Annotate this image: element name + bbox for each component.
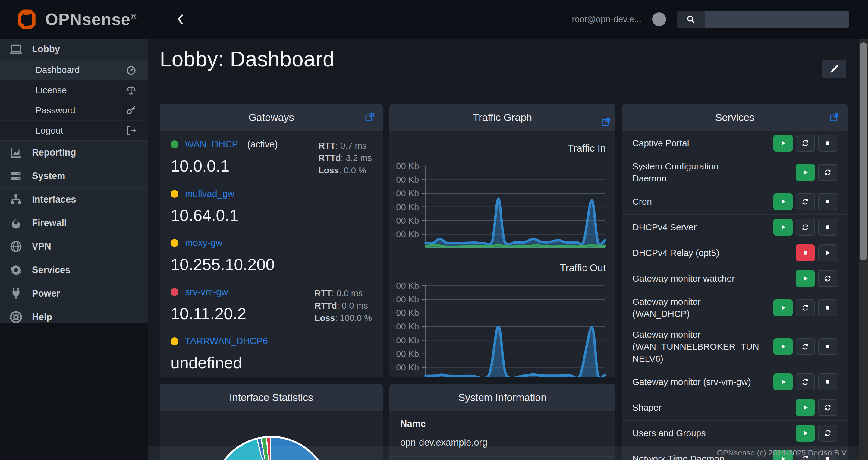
widget-grid: Gateways WAN_DHCP (active) 10.0.0.1RTT: … <box>160 104 847 460</box>
status-dot <box>170 190 179 198</box>
service-row: Cron <box>622 189 847 214</box>
sidebar-item-label: Power <box>32 288 60 299</box>
refresh-icon <box>801 304 809 312</box>
search-input[interactable] <box>705 10 849 28</box>
service-stop-button[interactable] <box>818 135 837 152</box>
sidebar-item-label: Services <box>32 265 70 276</box>
service-start-button[interactable] <box>773 338 793 355</box>
sidebar-item-services[interactable]: Services <box>0 258 148 281</box>
service-start-button[interactable] <box>796 425 815 441</box>
opnsense-logo[interactable] <box>14 6 40 32</box>
gateway-stats: RTT: 0.7 msRTTd: 3.2 msLoss: 0.0 % <box>318 140 372 177</box>
service-restart-button[interactable] <box>818 164 837 181</box>
gateway-name-link[interactable]: TARRWAN_DHCP6 <box>185 336 268 347</box>
external-link-icon[interactable] <box>597 112 608 123</box>
gateway-active-suffix: (active) <box>247 139 278 150</box>
search-icon <box>686 14 695 24</box>
refresh-icon <box>824 429 832 437</box>
collapse-sidebar-button[interactable] <box>172 10 190 28</box>
refresh-icon <box>824 168 832 177</box>
gateway-name-link[interactable]: moxy-gw <box>185 238 222 248</box>
service-start-button[interactable] <box>796 270 815 287</box>
sidebar-subitem-label: Dashboard <box>36 65 80 75</box>
edit-dashboard-button[interactable] <box>822 60 846 79</box>
service-start-button[interactable] <box>773 135 793 152</box>
gateway-row: moxy-gw 10.255.10.200 <box>160 229 383 278</box>
service-buttons <box>773 373 837 390</box>
service-stop-button[interactable] <box>796 244 815 262</box>
sidebar-item-vpn[interactable]: VPN <box>0 235 148 258</box>
service-restart-button[interactable] <box>818 399 837 416</box>
svg-text:20.00 Kb: 20.00 Kb <box>393 229 419 239</box>
gear-icon <box>9 263 23 277</box>
main-content: Lobby: Dashboard Gateways WAN_DHCP (acti… <box>148 38 859 460</box>
refresh-icon <box>801 139 809 147</box>
gauge-icon <box>125 64 137 76</box>
refresh-icon <box>824 274 832 283</box>
sidebar-item-interfaces[interactable]: Interfaces <box>0 187 148 211</box>
service-restart-button[interactable] <box>796 299 815 316</box>
stop-icon <box>824 197 832 206</box>
status-dot <box>170 337 179 345</box>
service-start-button[interactable] <box>773 299 793 316</box>
external-link-icon[interactable] <box>829 112 840 123</box>
service-start-button[interactable] <box>773 193 793 210</box>
avatar[interactable] <box>652 12 666 26</box>
service-name: Shaper <box>632 401 762 413</box>
service-restart-button[interactable] <box>796 373 815 390</box>
panel-services: Services Captive Portal System Configura… <box>622 104 847 460</box>
search-icon-segment[interactable] <box>677 10 705 28</box>
service-stop-button[interactable] <box>818 373 837 390</box>
panel-header: Gateways <box>160 104 383 130</box>
gateway-name-link[interactable]: mullvad_gw <box>185 188 235 199</box>
service-start-button[interactable] <box>796 164 815 181</box>
sidebar-item-label: Firewall <box>32 218 67 228</box>
sidebar-item-license[interactable]: License <box>0 80 148 100</box>
service-stop-button[interactable] <box>818 219 837 236</box>
service-restart-button[interactable] <box>818 425 837 441</box>
play-icon <box>801 403 809 412</box>
key-icon <box>125 104 137 116</box>
stop-icon <box>824 342 832 351</box>
sidebar-item-firewall[interactable]: Firewall <box>0 211 148 235</box>
external-link-icon[interactable] <box>364 112 375 123</box>
scrollbar-thumb[interactable] <box>860 42 867 260</box>
sidebar-item-dashboard[interactable]: Dashboard <box>0 60 148 80</box>
sidebar-item-power[interactable]: Power <box>0 281 148 305</box>
gateway-row: srv-vm-gw 10.11.20.2RTT: 0.0 msRTTd: 0.0… <box>160 278 383 327</box>
gateway-name-link[interactable]: srv-vm-gw <box>185 287 228 298</box>
service-start-button[interactable] <box>818 244 837 262</box>
service-stop-button[interactable] <box>818 299 837 316</box>
service-row: DHCPv4 Relay (opt5) <box>622 240 847 266</box>
stat-line: RTTd: 0.0 ms <box>315 300 372 312</box>
service-buttons <box>796 399 837 416</box>
sidebar-item-lobby[interactable]: Lobby <box>0 38 148 60</box>
service-restart-button[interactable] <box>818 270 837 287</box>
sidebar-item-password[interactable]: Password <box>0 100 148 120</box>
sidebar-item-system[interactable]: System <box>0 164 148 187</box>
refresh-icon <box>824 403 832 412</box>
traffic-out-chart: 700.00 Kb600.00 Kb500.00 Kb400.00 Kb300.… <box>393 279 608 377</box>
service-name: Gateway monitor (WAN_DHCP) <box>632 296 762 320</box>
service-restart-button[interactable] <box>796 338 815 355</box>
sidebar-item-reporting[interactable]: Reporting <box>0 141 148 164</box>
service-name: Gateway monitor (srv-vm-gw) <box>632 376 762 388</box>
gateway-name-link[interactable]: WAN_DHCP <box>185 139 238 150</box>
service-stop-button[interactable] <box>818 193 837 210</box>
globe-icon <box>9 240 23 253</box>
service-start-button[interactable] <box>796 399 815 416</box>
service-restart-button[interactable] <box>796 219 815 236</box>
service-row: System Configuration Daemon <box>622 156 847 189</box>
service-start-button[interactable] <box>773 219 793 236</box>
service-restart-button[interactable] <box>796 193 815 210</box>
service-start-button[interactable] <box>773 373 793 390</box>
sidebar-item-help[interactable]: Help <box>0 305 148 329</box>
service-stop-button[interactable] <box>818 338 837 355</box>
panel-header: System Information <box>390 384 615 410</box>
stop-icon <box>824 304 832 312</box>
service-restart-button[interactable] <box>796 135 815 152</box>
stat-line: RTT: 0.7 ms <box>318 140 372 152</box>
play-icon <box>779 223 787 232</box>
sidebar-item-logout[interactable]: Logout <box>0 120 148 141</box>
topbar: OPNsense® root@opn-dev.e... <box>0 0 868 38</box>
